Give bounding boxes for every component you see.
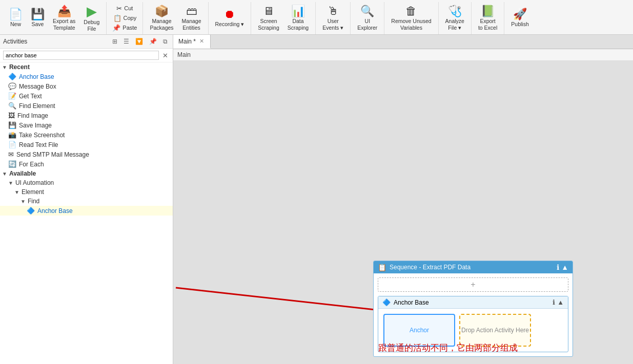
find-image-icon: 🖼 bbox=[8, 112, 15, 119]
chinese-annotation: 跟普通的活动不同，它由两部分组成 bbox=[378, 342, 518, 354]
anchor-header: 🔷 Anchor Base ℹ ▲ bbox=[378, 296, 568, 309]
seq-add-icon: + bbox=[471, 280, 475, 289]
copy-button[interactable]: 📋 Copy bbox=[110, 14, 139, 23]
ui-automation-folder[interactable]: ▼ UI Automation bbox=[0, 178, 173, 187]
ui-explorer-icon: 🔍 bbox=[360, 6, 374, 17]
recent-section[interactable]: ▼ Recent bbox=[0, 62, 173, 72]
ui-automation-label: UI Automation bbox=[15, 179, 54, 186]
save-button[interactable]: 💾 Save bbox=[27, 4, 48, 33]
copy-label: Copy bbox=[124, 15, 137, 22]
panel-popout-btn[interactable]: ⧉ bbox=[161, 37, 170, 46]
save-image-label: Save Image bbox=[19, 122, 52, 129]
message-box-item[interactable]: 💬 Message Box bbox=[0, 81, 173, 91]
panel-title: Activities bbox=[3, 38, 27, 45]
canvas[interactable]: 📋 Sequence - Extract PDF Data ℹ ▲ + bbox=[173, 61, 633, 364]
toolbar: 📄 New 💾 Save 📤 Export as Template ▶ Debu… bbox=[0, 0, 633, 35]
publish-button[interactable]: 🚀 Publish bbox=[507, 4, 532, 33]
for-each-label: For Each bbox=[19, 161, 44, 168]
paste-icon: 📌 bbox=[112, 24, 120, 32]
sequence-title: Sequence - Extract PDF Data bbox=[390, 264, 471, 271]
take-screenshot-item[interactable]: 📸 Take Screenshot bbox=[0, 130, 173, 140]
anchor-header-icon: 🔷 bbox=[382, 298, 391, 306]
debug-file-button[interactable]: ▶ Debug File bbox=[80, 4, 103, 33]
analyze-label: Analyze File ▾ bbox=[445, 18, 464, 31]
for-each-item[interactable]: 🔄 For Each bbox=[0, 159, 173, 169]
export-excel-button[interactable]: 📗 Export to Excel bbox=[475, 4, 501, 33]
new-label: New bbox=[10, 21, 21, 28]
manage-entities-button[interactable]: 🗃 Manage Entities bbox=[178, 4, 205, 33]
new-button[interactable]: 📄 New bbox=[5, 4, 26, 33]
annotation-text: 跟普通的活动不同，它由两部分组成 bbox=[378, 343, 518, 353]
save-image-icon: 💾 bbox=[8, 121, 16, 129]
toolbar-group-user-events: 🖱 User Events ▾ bbox=[316, 2, 351, 34]
search-clear-btn[interactable]: ✕ bbox=[161, 51, 170, 60]
canvas-area: Main * ✕ Main bbox=[173, 35, 633, 364]
export-as-template-button[interactable]: 📤 Export as Template bbox=[49, 4, 79, 33]
seq-collapse-icon[interactable]: ▲ bbox=[561, 263, 568, 271]
toolbar-group-clipboard: ✂ Cut 📋 Copy 📌 Paste bbox=[107, 2, 143, 34]
anchor-base-recent[interactable]: 🔷 Anchor Base bbox=[0, 72, 173, 81]
data-scraping-icon: 📊 bbox=[291, 6, 305, 17]
anchor-base-available[interactable]: 🔷 Anchor Base bbox=[0, 206, 173, 216]
anchor-base-title: Anchor Base bbox=[394, 299, 429, 306]
element-label: Element bbox=[22, 188, 44, 196]
publish-icon: 🚀 bbox=[513, 9, 527, 20]
ui-explorer-label: UI Explorer bbox=[357, 18, 377, 31]
find-image-item[interactable]: 🖼 Find Image bbox=[0, 111, 173, 120]
recording-button[interactable]: ⏺ Recording ▾ bbox=[212, 4, 248, 33]
screen-scraping-button[interactable]: 🖥 Screen Scraping bbox=[254, 4, 282, 33]
for-each-icon: 🔄 bbox=[8, 160, 16, 168]
read-text-file-item[interactable]: 📄 Read Text File bbox=[0, 140, 173, 149]
export-excel-icon: 📗 bbox=[481, 6, 495, 17]
panel-header: Activities ⊞ ☰ 🔽 📌 ⧉ bbox=[0, 35, 173, 49]
paste-button[interactable]: 📌 Paste bbox=[110, 24, 139, 33]
panel-list-btn[interactable]: ☰ bbox=[121, 37, 131, 46]
drop-action-label: Drop Action Activity Here bbox=[461, 327, 529, 334]
recording-icon: ⏺ bbox=[224, 9, 235, 20]
anchor-collapse-icon[interactable]: ▲ bbox=[557, 298, 564, 306]
search-bar: ✕ bbox=[0, 49, 173, 62]
seq-add-button[interactable]: + bbox=[378, 277, 568, 292]
screen-scraping-label: Screen Scraping bbox=[258, 18, 279, 31]
available-section[interactable]: ▼ Available bbox=[0, 169, 173, 178]
panel-controls: ⊞ ☰ 🔽 📌 ⧉ bbox=[110, 37, 170, 46]
svg-line-1 bbox=[176, 288, 394, 312]
data-scraping-button[interactable]: 📊 Data Scraping bbox=[284, 4, 312, 33]
tab-main[interactable]: Main * ✕ bbox=[173, 35, 211, 49]
get-text-item[interactable]: 📝 Get Text bbox=[0, 91, 173, 101]
analyze-file-button[interactable]: 🩺 Analyze File ▾ bbox=[442, 4, 468, 33]
export-template-label: Export as Template bbox=[53, 18, 75, 31]
ui-explorer-button[interactable]: 🔍 UI Explorer bbox=[354, 4, 381, 33]
data-scraping-label: Data Scraping bbox=[288, 18, 309, 31]
cut-icon: ✂ bbox=[116, 5, 122, 13]
find-folder[interactable]: ▼ Find bbox=[0, 197, 173, 206]
user-events-button[interactable]: 🖱 User Events ▾ bbox=[319, 4, 347, 33]
anchor-header-controls: ℹ ▲ bbox=[553, 298, 564, 306]
get-text-icon: 📝 bbox=[8, 92, 16, 100]
save-image-item[interactable]: 💾 Save Image bbox=[0, 120, 173, 130]
element-arrow: ▼ bbox=[14, 189, 19, 195]
find-image-label: Find Image bbox=[17, 112, 48, 119]
seq-info-icon[interactable]: ℹ bbox=[557, 263, 559, 271]
find-element-icon: 🔍 bbox=[8, 102, 16, 110]
user-events-label: User Events ▾ bbox=[322, 18, 343, 31]
send-smtp-label: Send SMTP Mail Message bbox=[16, 151, 89, 158]
panel-pin-btn[interactable]: 📌 bbox=[147, 37, 159, 46]
toolbar-group-variables: 🗑 Remove Unused Variables bbox=[384, 2, 438, 34]
element-folder[interactable]: ▼ Element bbox=[0, 187, 173, 197]
tab-main-close[interactable]: ✕ bbox=[198, 37, 205, 45]
manage-packages-button[interactable]: 📦 Manage Packages bbox=[146, 4, 177, 33]
search-input[interactable] bbox=[3, 51, 159, 60]
find-element-item[interactable]: 🔍 Find Element bbox=[0, 101, 173, 111]
send-smtp-item[interactable]: ✉ Send SMTP Mail Message bbox=[0, 149, 173, 159]
toolbar-group-ui-explorer: 🔍 UI Explorer bbox=[351, 2, 384, 34]
cut-button[interactable]: ✂ Cut bbox=[110, 4, 139, 13]
panel-grid-btn[interactable]: ⊞ bbox=[110, 37, 119, 46]
panel-filter-btn[interactable]: 🔽 bbox=[133, 37, 145, 46]
take-screenshot-label: Take Screenshot bbox=[19, 132, 65, 139]
remove-unused-variables-button[interactable]: 🗑 Remove Unused Variables bbox=[387, 4, 435, 33]
send-smtp-icon: ✉ bbox=[8, 151, 14, 158]
anchor-info-icon[interactable]: ℹ bbox=[553, 298, 555, 306]
recording-label: Recording ▾ bbox=[215, 21, 244, 28]
toolbar-group-excel: 📗 Export to Excel bbox=[472, 2, 504, 34]
